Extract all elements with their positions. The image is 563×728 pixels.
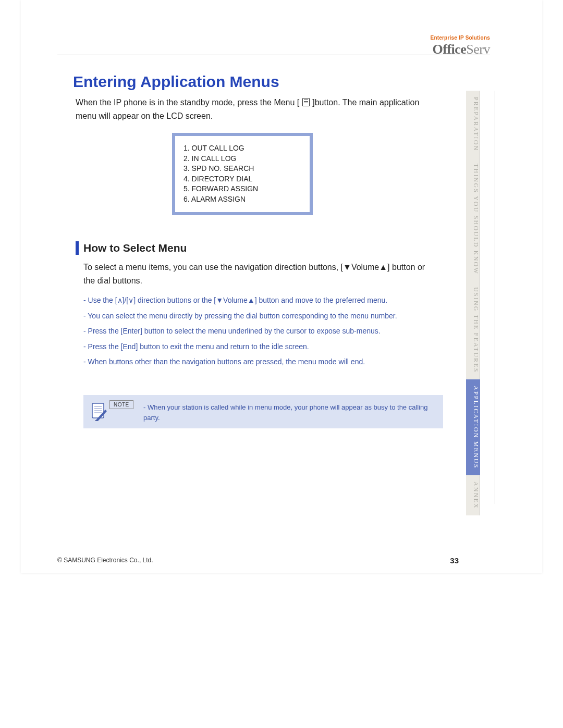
lcd-item: 1. OUT CALL LOG [183, 143, 301, 154]
intro-text-a: When the IP phone is in the standby mode… [76, 98, 299, 107]
side-tabs: Preparation Things You Should Know Using… [466, 91, 494, 515]
tabs-divider [495, 91, 495, 504]
footer-copyright: © SAMSUNG Electronics Co., Ltd. [57, 557, 153, 564]
page-background-strip [0, 573, 563, 728]
tab-things-you-should-know[interactable]: Things You Should Know [466, 157, 480, 281]
tab-preparation[interactable]: Preparation [466, 91, 480, 157]
menu-icon [302, 98, 310, 106]
tab-using-the-features[interactable]: Using the Features [466, 281, 480, 379]
logo-text: OfficeServ [431, 42, 490, 57]
subheading: How to Select Menu [83, 242, 187, 254]
tab-application-menus[interactable]: Application Menus [466, 379, 480, 475]
page-header: Enterprise IP Solutions OfficeServ [57, 36, 490, 55]
note-label: NOTE [109, 400, 133, 409]
bullet-item: - Use the [∧]/[∨] direction buttons or t… [83, 295, 448, 306]
lcd-screen: 1. OUT CALL LOG 2. IN CALL LOG 3. SPD NO… [172, 133, 313, 215]
logo-light: Serv [466, 42, 490, 57]
logo-tagline: Enterprise IP Solutions [431, 35, 490, 41]
logo-block: Enterprise IP Solutions OfficeServ [431, 35, 490, 57]
bullet-item: - Press the [End] button to exit the men… [83, 342, 448, 352]
tab-annex[interactable]: Annex [466, 475, 480, 515]
lcd-item: 3. SPD NO. SEARCH [183, 164, 301, 174]
logo-bold: Office [432, 42, 466, 57]
lcd-item: 2. IN CALL LOG [183, 154, 301, 164]
note-box: NOTE - When your station is called while… [83, 395, 443, 428]
bullet-item: - Press the [Enter] button to select the… [83, 326, 448, 337]
lcd-item: 6. ALARM ASSIGN [183, 194, 301, 205]
lcd-item: 5. FORWARD ASSIGN [183, 184, 301, 194]
note-icon [91, 402, 107, 421]
page-title: Entering Application Menus [73, 73, 279, 91]
subheading-bar [76, 241, 79, 255]
bullet-item: - You can select the menu directly by pr… [83, 311, 448, 322]
bullet-list: - Use the [∧]/[∨] direction buttons or t… [83, 295, 448, 373]
intro-paragraph: When the IP phone is in the standby mode… [76, 96, 420, 122]
footer-page-number: 33 [450, 556, 459, 565]
sub-intro-paragraph: To select a menu items, you can use the … [83, 261, 427, 287]
document-page: Enterprise IP Solutions OfficeServ Enter… [21, 0, 542, 573]
lcd-item: 4. DIRECTORY DIAL [183, 174, 301, 184]
note-text: - When your station is called while in m… [143, 402, 433, 423]
bullet-item: - When buttons other than the navigation… [83, 357, 448, 367]
